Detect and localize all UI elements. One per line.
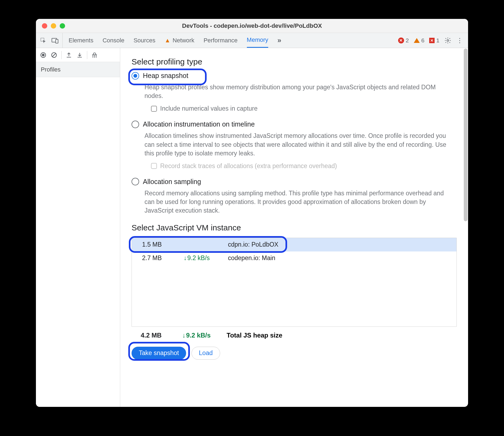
panel-tabbar: Elements Console Sources ▲ Network Perfo… bbox=[36, 33, 468, 48]
tab-memory[interactable]: Memory bbox=[247, 33, 268, 48]
tab-console[interactable]: Console bbox=[103, 33, 125, 48]
option-desc: Record memory allocations using sampling… bbox=[145, 189, 447, 215]
tab-network[interactable]: ▲ Network bbox=[164, 33, 194, 48]
main-content: Select profiling type Heap snapshot Heap… bbox=[120, 48, 468, 407]
vm-row[interactable]: 2.7 MB ↓ 9.2 kB/s codepen.io: Main bbox=[132, 251, 456, 265]
option-label: Heap snapshot bbox=[143, 72, 188, 80]
option-desc: Heap snapshot profiles show memory distr… bbox=[145, 83, 447, 100]
option-heap-snapshot: Heap snapshot Heap snapshot profiles sho… bbox=[132, 72, 457, 112]
tab-sources[interactable]: Sources bbox=[133, 33, 155, 48]
panel-body: Profiles Select profiling type Heap snap… bbox=[36, 48, 468, 407]
checkbox-icon bbox=[151, 106, 157, 112]
vm-rate: ↓ 9.2 kB/s bbox=[184, 254, 228, 262]
error-icon: ✕ bbox=[398, 38, 404, 43]
collect-garbage-icon[interactable] bbox=[91, 52, 98, 59]
warning-icon: ▲ bbox=[164, 37, 170, 44]
radio-icon bbox=[132, 121, 139, 128]
settings-icon[interactable] bbox=[444, 37, 451, 44]
radio-allocation-timeline[interactable]: Allocation instrumentation on timeline bbox=[132, 120, 457, 128]
vm-row[interactable]: 1.5 MB cdpn.io: PoLdbOX bbox=[132, 238, 456, 251]
warnings-badge[interactable]: 6 bbox=[414, 37, 425, 44]
vm-instance-list: 1.5 MB cdpn.io: PoLdbOX 2.7 MB ↓ 9.2 kB/… bbox=[132, 238, 457, 327]
profiles-header: Profiles bbox=[36, 62, 120, 77]
download-icon[interactable] bbox=[76, 52, 83, 59]
vm-name: codepen.io: Main bbox=[228, 254, 275, 262]
vm-name: cdpn.io: PoLdbOX bbox=[228, 241, 278, 248]
svg-point-5 bbox=[42, 54, 45, 56]
issue-icon: ✕ bbox=[429, 38, 435, 43]
load-button[interactable]: Load bbox=[191, 347, 220, 360]
profiling-type-heading: Select profiling type bbox=[132, 57, 457, 66]
arrow-down-icon: ↓ bbox=[182, 332, 186, 339]
radio-icon bbox=[132, 178, 139, 185]
svg-rect-2 bbox=[56, 39, 58, 43]
action-buttons: Take snapshot Load bbox=[132, 345, 457, 362]
take-snapshot-button[interactable]: Take snapshot bbox=[132, 347, 186, 360]
radio-icon bbox=[132, 72, 139, 80]
more-tabs-button[interactable]: » bbox=[277, 33, 281, 48]
record-stack-traces-checkbox: Record stack traces of allocations (extr… bbox=[151, 162, 457, 170]
arrow-down-icon: ↓ bbox=[184, 254, 187, 262]
svg-line-7 bbox=[52, 53, 56, 57]
option-label: Allocation instrumentation on timeline bbox=[143, 120, 255, 128]
inspect-element-icon[interactable] bbox=[40, 37, 47, 44]
status-badges: ✕ 2 6 ✕ 1 ⋮ bbox=[398, 33, 468, 48]
window-title: DevTools - codepen.io/web-dot-dev/live/P… bbox=[36, 22, 468, 29]
option-desc: Allocation timelines show instrumented J… bbox=[145, 131, 447, 158]
issues-badge[interactable]: ✕ 1 bbox=[429, 37, 439, 44]
svg-point-3 bbox=[447, 39, 449, 41]
upload-icon[interactable] bbox=[65, 52, 72, 59]
option-allocation-timeline: Allocation instrumentation on timeline A… bbox=[132, 120, 457, 170]
tab-performance[interactable]: Performance bbox=[204, 33, 238, 48]
record-icon[interactable] bbox=[40, 52, 47, 59]
vertical-scrollbar[interactable] bbox=[464, 49, 468, 221]
vm-size: 1.5 MB bbox=[142, 241, 184, 248]
radio-heap-snapshot[interactable]: Heap snapshot bbox=[132, 72, 457, 80]
vm-size: 2.7 MB bbox=[142, 254, 184, 262]
total-rate: ↓ 9.2 kB/s bbox=[182, 332, 227, 339]
devtools-window: DevTools - codepen.io/web-dot-dev/live/P… bbox=[36, 19, 468, 407]
total-label: Total JS heap size bbox=[227, 332, 282, 339]
include-numerical-checkbox[interactable]: Include numerical values in capture bbox=[151, 105, 457, 112]
vm-totals: 4.2 MB ↓ 9.2 kB/s Total JS heap size bbox=[132, 332, 457, 339]
sidebar: Profiles bbox=[36, 48, 120, 407]
warning-icon bbox=[414, 38, 420, 43]
kebab-menu-icon[interactable]: ⋮ bbox=[456, 37, 463, 44]
vm-instance-heading: Select JavaScript VM instance bbox=[132, 223, 457, 232]
option-allocation-sampling: Allocation sampling Record memory alloca… bbox=[132, 178, 457, 215]
clear-icon[interactable] bbox=[51, 52, 58, 59]
tab-elements[interactable]: Elements bbox=[69, 33, 93, 48]
radio-allocation-sampling[interactable]: Allocation sampling bbox=[132, 178, 457, 186]
errors-badge[interactable]: ✕ 2 bbox=[398, 37, 409, 44]
total-size: 4.2 MB bbox=[141, 332, 182, 339]
panel-tabs: Elements Console Sources ▲ Network Perfo… bbox=[63, 33, 398, 48]
profiles-toolbar bbox=[36, 48, 120, 62]
device-toolbar-icon[interactable] bbox=[52, 37, 59, 44]
option-label: Allocation sampling bbox=[143, 178, 201, 186]
inspect-tools bbox=[36, 33, 63, 48]
checkbox-icon bbox=[151, 163, 157, 169]
titlebar: DevTools - codepen.io/web-dot-dev/live/P… bbox=[36, 19, 468, 33]
